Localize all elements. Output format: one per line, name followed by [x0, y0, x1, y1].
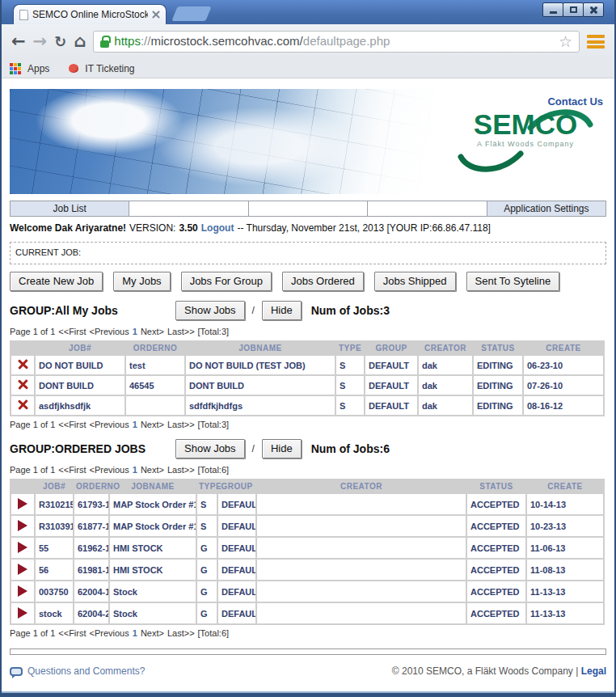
total-label: [Total:3]	[198, 327, 230, 336]
open-job-button[interactable]	[11, 581, 35, 602]
cell-creator: dak	[418, 395, 473, 416]
maximize-button[interactable]	[563, 2, 584, 17]
previous-link[interactable]: <Previous	[90, 628, 129, 638]
forward-icon[interactable]: →	[33, 33, 48, 50]
group-title: GROUP:ORDERED JOBS	[10, 442, 168, 455]
group-title: GROUP:All My Jobs	[10, 304, 168, 317]
cell-create: 11-06-13	[526, 537, 604, 559]
previous-link[interactable]: <Previous	[90, 327, 129, 336]
tab-close-icon[interactable]	[152, 11, 160, 19]
group-header-ordered-jobs: GROUP:ORDERED JOBS Show Jobs / Hide Num …	[10, 439, 606, 458]
current-page: 1	[133, 465, 137, 475]
cell-orderno: 61962-1	[74, 537, 109, 559]
current-page: 1	[133, 628, 137, 638]
jobs-for-group-button[interactable]: Jobs For Group	[181, 272, 272, 291]
cell-create: 07-26-10	[523, 375, 604, 395]
status-badge: ACCEPTED	[466, 537, 526, 559]
page-label: Page 1 of 1	[10, 465, 55, 475]
total-label: [Total:3]	[198, 420, 230, 429]
col-group: GROUP	[365, 341, 418, 355]
cell-creator: dak	[418, 355, 473, 375]
apps-grid-icon[interactable]	[10, 63, 21, 74]
delete-job-button[interactable]	[11, 355, 35, 375]
home-icon[interactable]: ⌂	[74, 33, 86, 50]
last-link[interactable]: Last>>	[167, 420, 195, 429]
minimize-icon	[550, 11, 557, 14]
create-new-job-button[interactable]: Create New Job	[10, 272, 103, 291]
col-creator: CREATOR	[256, 479, 466, 493]
cell-job: 55	[35, 537, 74, 559]
reload-icon[interactable]: ↻	[54, 35, 66, 49]
hide-button[interactable]: Hide	[262, 301, 302, 320]
page-label: Page 1 of 1	[10, 420, 55, 429]
nav-tab-empty-2	[248, 201, 368, 217]
col-create: CREATE	[523, 341, 604, 355]
it-ticketing-favicon-icon	[69, 64, 78, 73]
jobs-ordered-button[interactable]: Jobs Ordered	[282, 272, 364, 291]
sent-to-syteline-button[interactable]: Sent To Syteline	[466, 272, 560, 291]
table-header-row: JOB# ORDERNO JOBNAME TYPE GROUP CREATOR …	[11, 479, 604, 493]
nav-tab-application-settings[interactable]: Application Settings	[487, 201, 606, 217]
open-job-button[interactable]	[11, 493, 35, 515]
building-photo	[10, 89, 462, 194]
url-text[interactable]: https://microstock.semcohvac.com/default…	[114, 34, 554, 48]
new-tab-button[interactable]	[171, 6, 211, 21]
address-bar[interactable]: https://microstock.semcohvac.com/default…	[93, 31, 580, 53]
previous-link[interactable]: <Previous	[90, 465, 129, 475]
table-row: DO NOT BUILD test DO NOT BUILD (TEST JOB…	[11, 355, 604, 375]
status-badge: ACCEPTED	[466, 515, 526, 537]
bookmark-star-icon[interactable]: ☆	[559, 34, 572, 49]
current-page: 1	[133, 420, 137, 429]
cell-creator	[256, 493, 466, 515]
back-icon[interactable]: ←	[11, 33, 26, 50]
last-link[interactable]: Last>>	[167, 327, 195, 336]
last-link[interactable]: Last>>	[167, 465, 195, 475]
first-link[interactable]: <<First	[58, 628, 86, 638]
cell-jobname: HMI STOCK	[109, 537, 196, 559]
red-arrow-icon	[18, 542, 27, 553]
cell-group: DEFAULT	[217, 493, 256, 515]
open-job-button[interactable]	[11, 537, 35, 559]
jobs-shipped-button[interactable]: Jobs Shipped	[374, 272, 456, 291]
open-job-button[interactable]	[11, 515, 35, 537]
pagination-bottom: Page 1 of 1<<First<Previous1Next>Last>>[…	[10, 420, 606, 429]
first-link[interactable]: <<First	[58, 327, 86, 336]
current-page: 1	[133, 327, 137, 336]
browser-tab[interactable]: SEMCO Online MicroStock Or	[13, 4, 167, 24]
cell-job: asdfjkhsdfjk	[35, 395, 125, 416]
show-jobs-button[interactable]: Show Jobs	[175, 301, 245, 320]
next-link[interactable]: Next>	[141, 420, 164, 429]
first-link[interactable]: <<First	[58, 465, 86, 475]
legal-link[interactable]: Legal	[581, 665, 606, 677]
nav-tab-job-list[interactable]: Job List	[10, 201, 129, 217]
logout-link[interactable]: Logout	[201, 222, 234, 234]
cell-orderno: 61793-1	[74, 493, 109, 515]
previous-link[interactable]: <Previous	[90, 420, 129, 429]
delete-job-button[interactable]	[11, 395, 35, 416]
table-row: DONT BUILD 46545 DONT BUILD S DEFAULT da…	[11, 375, 604, 395]
page-label: Page 1 of 1	[10, 628, 55, 638]
next-link[interactable]: Next>	[141, 327, 164, 336]
close-button[interactable]	[583, 2, 604, 17]
open-job-button[interactable]	[11, 559, 35, 581]
table-row: R310391 61877-1 MAP Stock Order #13-23 S…	[11, 515, 604, 537]
delete-job-button[interactable]	[11, 375, 35, 395]
next-link[interactable]: Next>	[141, 465, 164, 475]
minimize-button[interactable]	[542, 2, 563, 17]
secure-lock-icon[interactable]	[100, 40, 109, 48]
show-jobs-button[interactable]: Show Jobs	[175, 439, 245, 458]
questions-comments-link[interactable]: Questions and Comments?	[10, 665, 145, 677]
open-job-button[interactable]	[11, 602, 35, 624]
bookmark-it-ticketing[interactable]: IT Ticketing	[85, 63, 134, 74]
chrome-menu-icon[interactable]	[587, 35, 605, 49]
table-header-row: JOB# ORDERNO JOBNAME TYPE GROUP CREATOR …	[11, 341, 604, 355]
my-jobs-button[interactable]: My Jobs	[113, 272, 170, 291]
first-link[interactable]: <<First	[58, 420, 86, 429]
hide-button[interactable]: Hide	[262, 439, 302, 458]
pagination-top: Page 1 of 1<<First<Previous1Next>Last>>[…	[10, 465, 606, 475]
table-row: 55 61962-1 HMI STOCK G DEFAULT ACCEPTED …	[11, 537, 604, 559]
cell-jobname: HMI STOCK	[109, 559, 196, 581]
bookmark-apps[interactable]: Apps	[27, 63, 49, 74]
next-link[interactable]: Next>	[141, 628, 164, 638]
last-link[interactable]: Last>>	[167, 628, 195, 638]
